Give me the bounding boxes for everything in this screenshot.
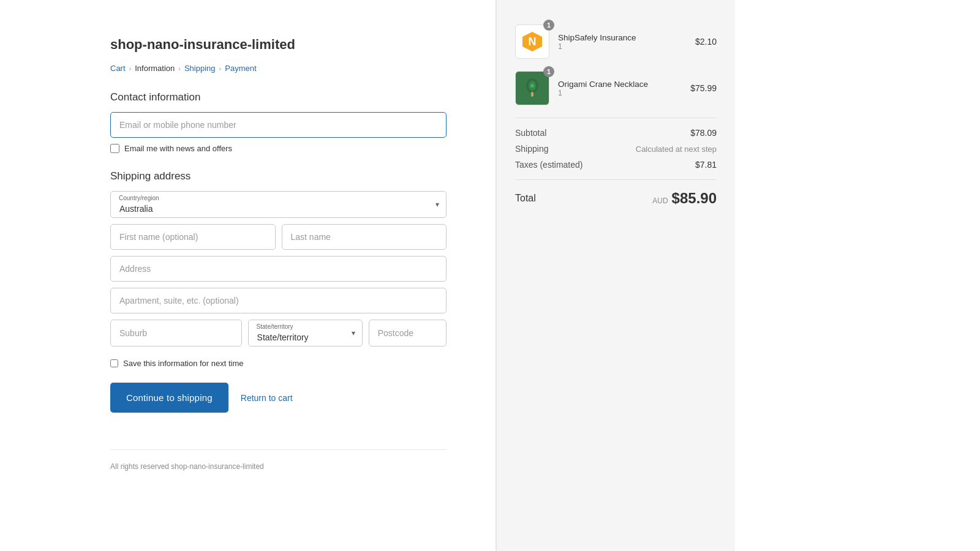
subtotal-value: $78.09 — [690, 128, 717, 138]
total-value-wrapper: AUD $85.90 — [652, 190, 717, 207]
newsletter-checkbox[interactable] — [110, 144, 119, 153]
item-badge-shipsafely: 1 — [543, 20, 554, 31]
shipping-section: Shipping address Country/region Australi… — [110, 170, 447, 368]
taxes-row: Taxes (estimated) $7.81 — [515, 160, 717, 170]
postcode-input[interactable] — [369, 320, 447, 347]
save-info-checkbox[interactable] — [110, 359, 118, 367]
contact-section-title: Contact information — [110, 91, 447, 103]
order-item-necklace: 1 Origami Crane Necklace 1 $75.99 — [515, 71, 717, 105]
location-row: State/territory State/territory ▾ — [110, 320, 447, 353]
order-divider-2 — [515, 179, 717, 180]
first-name-input[interactable] — [110, 224, 276, 250]
save-info-row: Save this information for next time — [110, 359, 447, 368]
item-image-wrapper-shipsafely: N 1 — [515, 24, 549, 59]
shipping-section-title: Shipping address — [110, 170, 447, 182]
svg-rect-6 — [531, 92, 533, 97]
taxes-label: Taxes (estimated) — [515, 160, 582, 170]
taxes-value: $7.81 — [695, 160, 717, 170]
save-info-label[interactable]: Save this information for next time — [123, 359, 244, 368]
shipsafely-logo: N — [515, 24, 549, 59]
item-name-necklace: Origami Crane Necklace — [558, 80, 682, 89]
breadcrumb-sep-3: › — [219, 65, 222, 72]
state-select[interactable]: State/territory — [248, 320, 363, 347]
breadcrumb-cart[interactable]: Cart — [110, 64, 126, 73]
order-item-shipsafely: N 1 ShipSafely Insurance 1 $2.10 — [515, 24, 717, 59]
newsletter-label[interactable]: Email me with news and offers — [124, 144, 232, 153]
item-badge-necklace: 1 — [543, 66, 554, 77]
total-label: Total — [515, 193, 536, 204]
necklace-image — [515, 71, 549, 105]
total-value: $85.90 — [672, 190, 717, 207]
state-wrapper: State/territory State/territory ▾ — [248, 320, 363, 347]
footer-text: All rights reserved shop-nano-insurance-… — [110, 449, 447, 471]
subtotal-row: Subtotal $78.09 — [515, 128, 717, 138]
contact-section: Contact information Email me with news a… — [110, 91, 447, 153]
shipping-row: Shipping Calculated at next step — [515, 144, 717, 154]
breadcrumb-information: Information — [135, 64, 175, 73]
country-wrapper: Country/region Australia ▾ — [110, 191, 447, 218]
checkout-form-panel: shop-nano-insurance-limited Cart › Infor… — [0, 0, 496, 551]
newsletter-row: Email me with news and offers — [110, 144, 447, 153]
apartment-input[interactable] — [110, 288, 447, 313]
breadcrumb-sep-1: › — [129, 65, 132, 72]
item-price-shipsafely: $2.10 — [695, 37, 717, 47]
svg-text:N: N — [529, 36, 537, 48]
email-input[interactable] — [110, 112, 447, 138]
item-qty-shipsafely: 1 — [558, 42, 687, 51]
last-name-input[interactable] — [282, 224, 447, 250]
suburb-input[interactable] — [110, 320, 242, 347]
address-input[interactable] — [110, 256, 447, 282]
order-divider-1 — [515, 118, 717, 118]
breadcrumb-sep-2: › — [178, 65, 181, 72]
order-summary-panel: N 1 ShipSafely Insurance 1 $2.10 1 — [496, 0, 735, 551]
subtotal-label: Subtotal — [515, 128, 546, 138]
actions-row: Continue to shipping Return to cart — [110, 383, 447, 413]
item-price-necklace: $75.99 — [690, 83, 717, 93]
shipping-value: Calculated at next step — [636, 144, 717, 154]
breadcrumb-payment[interactable]: Payment — [225, 64, 256, 73]
name-row — [110, 224, 447, 250]
item-info-shipsafely: ShipSafely Insurance 1 — [558, 33, 687, 51]
total-row: Total AUD $85.90 — [515, 190, 717, 207]
breadcrumb: Cart › Information › Shipping › Payment — [110, 64, 447, 73]
svg-point-5 — [530, 84, 534, 88]
item-info-necklace: Origami Crane Necklace 1 — [558, 80, 682, 97]
store-title: shop-nano-insurance-limited — [110, 37, 447, 53]
item-image-wrapper-necklace: 1 — [515, 71, 549, 105]
country-select[interactable]: Australia — [110, 191, 447, 218]
total-currency: AUD — [652, 197, 668, 205]
return-to-cart-link[interactable]: Return to cart — [241, 393, 293, 403]
breadcrumb-shipping[interactable]: Shipping — [184, 64, 216, 73]
continue-to-shipping-button[interactable]: Continue to shipping — [110, 383, 228, 413]
item-name-shipsafely: ShipSafely Insurance — [558, 33, 687, 42]
item-qty-necklace: 1 — [558, 89, 682, 97]
shipping-label: Shipping — [515, 144, 549, 154]
